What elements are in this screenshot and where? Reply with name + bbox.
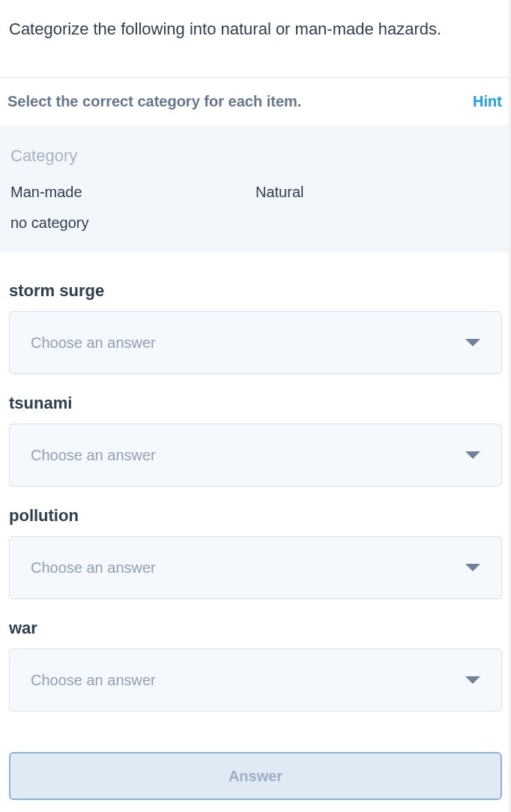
category-item: Natural [256,184,501,201]
answer-button-label: Answer [229,768,282,785]
chevron-down-icon [465,676,480,684]
dropdown-pollution[interactable]: Choose an answer [9,536,502,599]
dropdown-tsunami[interactable]: Choose an answer [9,424,502,487]
dropdown-placeholder: Choose an answer [31,559,156,577]
item-label-war: war [9,619,502,638]
item-label-tsunami: tsunami [9,394,502,413]
item-block: war Choose an answer [9,619,502,712]
answer-button[interactable]: Answer [9,752,502,800]
category-item: no category [10,214,256,232]
chevron-down-icon [465,451,480,459]
hint-link[interactable]: Hint [473,93,502,110]
category-header: Category [10,146,501,166]
category-items: Man-made Natural no category [10,184,501,232]
chevron-down-icon [465,339,480,346]
item-block: tsunami Choose an answer [9,394,502,487]
dropdown-placeholder: Choose an answer [31,447,156,464]
instruction-text: Select the correct category for each ite… [7,93,301,110]
item-label-pollution: pollution [9,506,502,526]
question-text: Categorize the following into natural or… [0,0,511,77]
item-block: storm surge Choose an answer [9,281,502,374]
item-label-storm-surge: storm surge [9,281,502,301]
category-panel: Category Man-made Natural no category [0,125,511,253]
dropdown-storm-surge[interactable]: Choose an answer [9,311,502,374]
answer-button-wrap: Answer [0,731,511,800]
item-block: pollution Choose an answer [9,506,502,599]
dropdown-placeholder: Choose an answer [31,334,156,352]
chevron-down-icon [465,564,480,571]
dropdown-placeholder: Choose an answer [31,672,156,689]
category-item: Man-made [10,184,256,201]
instruction-row: Select the correct category for each ite… [0,78,511,125]
items-area: storm surge Choose an answer tsunami Cho… [0,253,511,712]
dropdown-war[interactable]: Choose an answer [9,649,502,712]
